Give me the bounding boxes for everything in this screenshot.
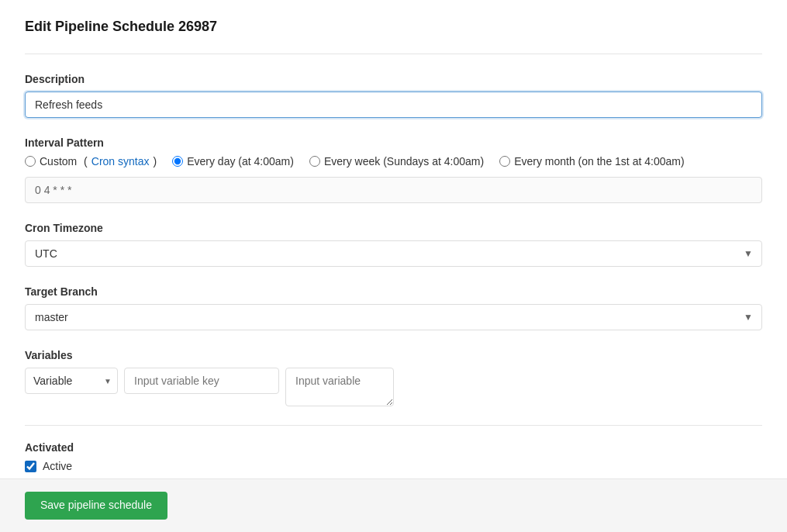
radio-every-day[interactable] [172, 156, 183, 167]
radio-option-every-week[interactable]: Every week (Sundays at 4:00am) [309, 155, 484, 168]
target-branch-select[interactable]: master main develop [25, 304, 762, 330]
target-branch-wrapper: master main develop ▼ [25, 304, 762, 330]
radio-option-custom[interactable]: Custom (Cron syntax) [25, 155, 157, 168]
interval-radio-group: Custom (Cron syntax) Every day (at 4:00a… [25, 155, 762, 168]
cron-timezone-label: Cron Timezone [25, 222, 762, 234]
radio-every-month[interactable] [499, 156, 510, 167]
radio-every-day-label: Every day (at 4:00am) [187, 155, 294, 168]
interval-pattern-label: Interval Pattern [25, 136, 762, 149]
radio-custom[interactable] [25, 156, 36, 167]
save-pipeline-schedule-button[interactable]: Save pipeline schedule [25, 492, 167, 520]
cron-syntax-link[interactable]: Cron syntax [91, 155, 150, 168]
page-title: Edit Pipeline Schedule 26987 [25, 19, 762, 35]
activated-checkbox-row: Active [25, 460, 762, 472]
description-input[interactable] [25, 92, 762, 118]
cron-timezone-select[interactable]: UTC America/New_York America/Los_Angeles… [25, 240, 762, 267]
target-branch-section: Target Branch master main develop ▼ [25, 285, 762, 330]
variables-section: Variables Variable File ▼ [25, 349, 762, 406]
activated-label: Activated [25, 441, 762, 454]
description-label: Description [25, 73, 762, 85]
variable-key-input[interactable] [124, 368, 279, 394]
variable-type-wrapper: Variable File ▼ [25, 368, 118, 394]
cron-expression-display: 0 4 * * * [25, 177, 762, 203]
cron-timezone-section: Cron Timezone UTC America/New_York Ameri… [25, 222, 762, 267]
description-section: Description [25, 73, 762, 118]
radio-option-every-month[interactable]: Every month (on the 1st at 4:00am) [499, 155, 684, 168]
radio-every-week[interactable] [309, 156, 320, 167]
radio-every-week-label: Every week (Sundays at 4:00am) [324, 155, 484, 168]
variable-value-input[interactable] [285, 368, 394, 406]
cron-timezone-wrapper: UTC America/New_York America/Los_Angeles… [25, 240, 762, 267]
top-divider [25, 54, 762, 54]
target-branch-label: Target Branch [25, 285, 762, 298]
interval-pattern-section: Interval Pattern Custom (Cron syntax) Ev… [25, 136, 762, 203]
footer-bar: Save pipeline schedule [0, 478, 787, 532]
activated-section: Activated Active [25, 441, 762, 472]
variables-divider [25, 425, 762, 426]
radio-every-month-label: Every month (on the 1st at 4:00am) [514, 155, 684, 168]
variables-label: Variables [25, 349, 762, 361]
variables-row: Variable File ▼ [25, 368, 762, 406]
active-checkbox-label[interactable]: Active [43, 460, 72, 472]
radio-option-every-day[interactable]: Every day (at 4:00am) [172, 155, 294, 168]
active-checkbox[interactable] [25, 461, 36, 472]
radio-custom-label: Custom [40, 155, 77, 168]
variable-type-select[interactable]: Variable File [25, 368, 118, 394]
